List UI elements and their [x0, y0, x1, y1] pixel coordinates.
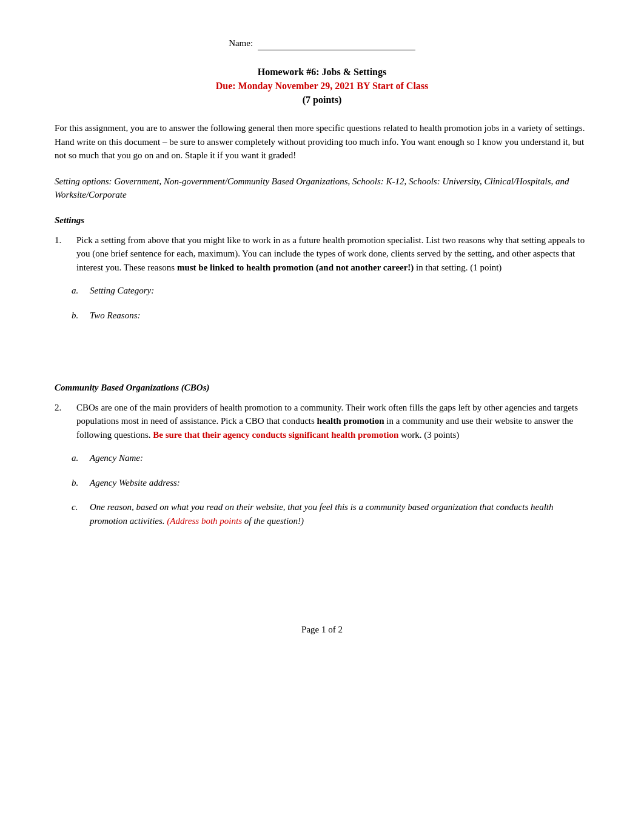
settings-heading: Settings [55, 214, 589, 227]
cbo-section: Community Based Organizations (CBOs) 2. … [55, 381, 589, 528]
header-title: Homework #6: Jobs & Settings [55, 65, 589, 79]
q2-sub-c-label: c. [72, 500, 90, 528]
q2-red-text: Be sure that their agency conducts signi… [153, 430, 398, 440]
q2-sub-a-label: a. [72, 451, 90, 465]
q2-sub-list: a. Agency Name: b. Agency Website addres… [72, 451, 589, 528]
header-points: (7 points) [55, 93, 589, 107]
q2-sub-b-text: Agency Website address: [90, 476, 589, 490]
name-line: Name: [55, 36, 589, 50]
q1-sub-b-label: b. [72, 309, 90, 323]
name-underline [258, 36, 415, 50]
q1-number: 1. [55, 233, 76, 275]
q1-sub-a-label: a. [72, 284, 90, 298]
q1-sub-b-text: Two Reasons: [90, 309, 589, 323]
setting-options: Setting options: Government, Non-governm… [55, 175, 589, 202]
settings-section: Settings 1. Pick a setting from above th… [55, 214, 589, 322]
header-due: Due: Monday November 29, 2021 BY Start o… [55, 79, 589, 93]
cbo-heading: Community Based Organizations (CBOs) [55, 381, 589, 395]
q2-text-part3: work. (3 points) [398, 430, 459, 440]
document-header: Homework #6: Jobs & Settings Due: Monday… [55, 65, 589, 107]
q2-sub-b-label: b. [72, 476, 90, 490]
q2-bold-text: health promotion [317, 416, 384, 426]
q1-text-part2: in that setting. (1 point) [414, 263, 501, 272]
q1-sub-b: b. Two Reasons: [72, 309, 589, 323]
q2-sub-c-red: (Address both points [167, 516, 242, 526]
q2-sub-c-text-part2: of the question!) [242, 516, 304, 526]
q2-sub-b: b. Agency Website address: [72, 476, 589, 490]
q2-sub-c-text-part1: One reason, based on what you read on th… [90, 502, 554, 526]
q2-sub-c: c. One reason, based on what you read on… [72, 500, 589, 528]
question-1: 1. Pick a setting from above that you mi… [55, 233, 589, 275]
q1-content: Pick a setting from above that you might… [76, 233, 589, 275]
question-2: 2. CBOs are one of the main providers of… [55, 401, 589, 442]
q2-number: 2. [55, 401, 76, 442]
q1-sub-a: a. Setting Category: [72, 284, 589, 298]
q1-sub-list: a. Setting Category: b. Two Reasons: [72, 284, 589, 322]
answer-spacer-2 [55, 538, 589, 587]
page-footer: Page 1 of 2 [55, 623, 589, 637]
q2-sub-a-text: Agency Name: [90, 451, 589, 465]
q2-sub-a: a. Agency Name: [72, 451, 589, 465]
q1-sub-a-text: Setting Category: [90, 284, 589, 298]
q2-content: CBOs are one of the main providers of he… [76, 401, 589, 442]
intro-paragraph: For this assignment, you are to answer t… [55, 121, 589, 163]
q2-sub-c-content: One reason, based on what you read on th… [90, 500, 589, 528]
name-label: Name: [229, 38, 253, 48]
answer-spacer-1 [55, 333, 589, 381]
q1-bold-text: must be linked to health promotion (and … [177, 263, 414, 272]
